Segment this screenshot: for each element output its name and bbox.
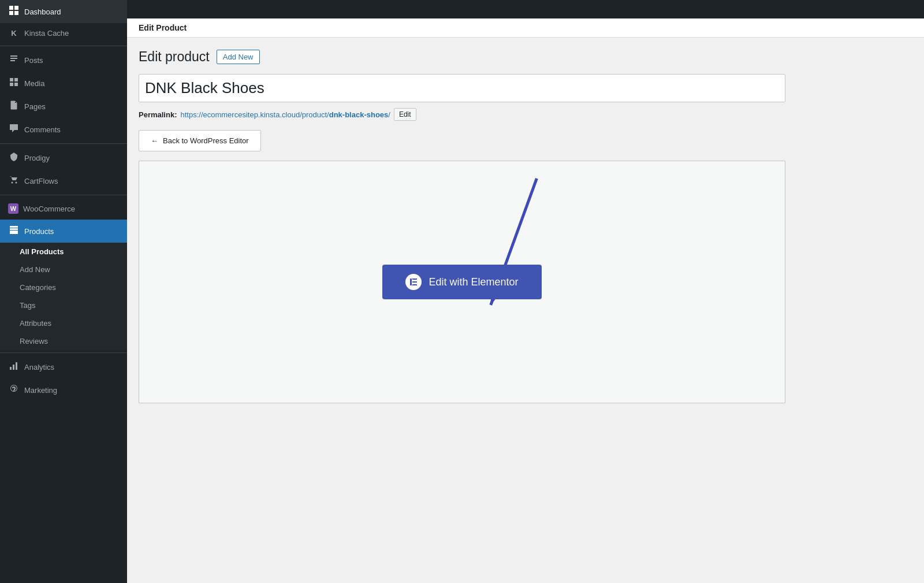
submenu-item-tags[interactable]: Tags <box>0 296 127 314</box>
svg-point-9 <box>16 182 17 184</box>
media-icon <box>8 77 20 89</box>
svg-rect-4 <box>10 78 13 81</box>
sidebar-item-label: Analytics <box>24 363 119 372</box>
marketing-icon <box>8 384 20 396</box>
sidebar-item-label: Comments <box>24 125 119 134</box>
submenu-label: Add New <box>20 265 50 274</box>
submenu-item-attributes[interactable]: Attributes <box>0 314 127 332</box>
admin-bar <box>127 0 924 18</box>
product-name-input[interactable] <box>139 74 785 102</box>
main-content: Edit Product Edit product Add New Permal… <box>127 0 924 583</box>
edit-permalink-button[interactable]: Edit <box>394 108 416 121</box>
woocommerce-icon: W <box>8 203 18 214</box>
svg-rect-2 <box>9 11 13 15</box>
sidebar-item-cartflows[interactable]: CartFlows <box>0 169 127 192</box>
sidebar-item-label: Posts <box>24 56 119 65</box>
sidebar-item-label: Products <box>24 227 119 236</box>
back-to-wp-button[interactable]: ← Back to WordPress Editor <box>139 130 261 151</box>
submenu-label: All Products <box>20 247 64 256</box>
permalink-base: https://ecommercesitep.kinsta.cloud/prod… <box>180 110 329 119</box>
dashboard-icon <box>8 6 20 17</box>
sidebar-item-label: Dashboard <box>24 8 119 16</box>
svg-rect-16 <box>412 278 417 280</box>
svg-rect-7 <box>14 83 18 86</box>
sidebar-item-label: CartFlows <box>24 177 119 185</box>
kinsta-icon: K <box>8 29 20 38</box>
svg-rect-18 <box>412 284 417 285</box>
page-header: Edit Product <box>127 18 924 38</box>
submenu-label: Attributes <box>20 319 51 328</box>
sidebar-item-label: Marketing <box>24 386 119 395</box>
sidebar-item-prodigy[interactable]: Prodigy <box>0 146 127 169</box>
sidebar-item-products[interactable]: Products <box>0 220 127 243</box>
sidebar-item-label: Media <box>24 79 119 88</box>
svg-rect-6 <box>10 83 13 86</box>
svg-rect-12 <box>16 362 17 370</box>
svg-rect-3 <box>14 11 18 15</box>
analytics-icon <box>8 361 20 373</box>
elementor-btn-label: Edit with Elementor <box>429 276 518 288</box>
edit-with-elementor-button[interactable]: Edit with Elementor <box>382 265 541 299</box>
sidebar-item-label: Pages <box>24 102 119 111</box>
permalink-trail: / <box>388 110 390 119</box>
back-to-wp-label: Back to WordPress Editor <box>163 136 249 145</box>
sidebar-item-label: Kinsta Cache <box>24 29 119 38</box>
sidebar-item-label: WooCommerce <box>23 205 119 213</box>
sidebar-item-dashboard[interactable]: Dashboard <box>0 0 127 23</box>
submenu-item-all-products[interactable]: All Products <box>0 243 127 261</box>
svg-rect-10 <box>10 367 12 370</box>
sidebar-item-media[interactable]: Media <box>0 72 127 95</box>
submenu-item-reviews[interactable]: Reviews <box>0 332 127 350</box>
sidebar-item-posts[interactable]: Posts <box>0 49 127 72</box>
products-submenu: All Products Add New Categories Tags Att… <box>0 243 127 350</box>
svg-point-8 <box>12 182 13 184</box>
content-area: Edit product Add New Permalink: https://… <box>127 38 924 583</box>
page-header-title: Edit Product <box>139 23 187 32</box>
submenu-label: Tags <box>20 301 35 310</box>
cartflows-icon <box>8 175 20 187</box>
permalink-row: Permalink: https://ecommercesitep.kinsta… <box>139 108 912 121</box>
sidebar-item-kinsta-cache[interactable]: K Kinsta Cache <box>0 23 127 43</box>
sidebar-item-analytics[interactable]: Analytics <box>0 355 127 378</box>
permalink-slug: dnk-black-shoes <box>329 110 389 119</box>
sidebar-item-woocommerce[interactable]: W WooCommerce <box>0 198 127 220</box>
prodigy-icon <box>8 152 20 164</box>
page-title-row: Edit product Add New <box>139 49 912 65</box>
sidebar-item-marketing[interactable]: Marketing <box>0 378 127 402</box>
sidebar-item-pages[interactable]: Pages <box>0 95 127 118</box>
submenu-label: Reviews <box>20 337 48 346</box>
svg-rect-11 <box>13 365 14 370</box>
editor-area: Edit with Elementor <box>139 161 785 403</box>
posts-icon <box>8 54 20 66</box>
sidebar: Dashboard K Kinsta Cache Posts Media Pag… <box>0 0 127 583</box>
comments-icon <box>8 124 20 135</box>
svg-rect-17 <box>412 281 417 283</box>
submenu-label: Categories <box>20 283 56 292</box>
sidebar-item-comments[interactable]: Comments <box>0 118 127 141</box>
products-icon <box>8 225 20 237</box>
page-title: Edit product <box>139 49 210 65</box>
permalink-label: Permalink: <box>139 110 177 119</box>
permalink-link[interactable]: https://ecommercesitep.kinsta.cloud/prod… <box>180 110 390 119</box>
pages-icon <box>8 101 20 112</box>
elementor-icon <box>405 274 422 290</box>
svg-rect-1 <box>14 6 18 10</box>
svg-rect-5 <box>14 78 18 81</box>
submenu-item-categories[interactable]: Categories <box>0 278 127 296</box>
sidebar-item-label: Prodigy <box>24 154 119 162</box>
svg-rect-0 <box>9 6 13 10</box>
add-new-button[interactable]: Add New <box>217 50 260 64</box>
svg-rect-15 <box>410 278 412 285</box>
back-arrow-icon: ← <box>151 136 158 145</box>
submenu-item-add-new[interactable]: Add New <box>0 261 127 278</box>
